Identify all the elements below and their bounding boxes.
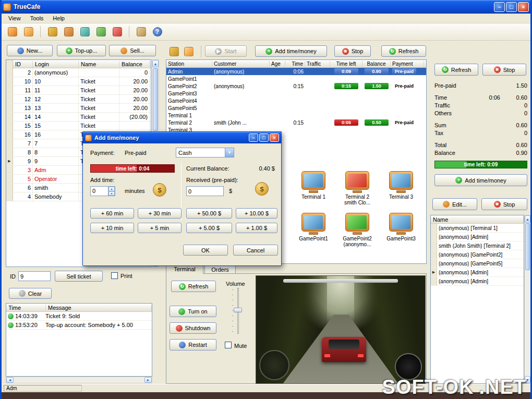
column-header-payment[interactable]: Payment	[391, 61, 424, 67]
column-header-traffic[interactable]: Traffic	[305, 61, 330, 67]
log-row[interactable]: 13:53:20 Top-up account: Somebody + 5.00	[6, 321, 152, 330]
add-money-button[interactable]: + 5.00 $	[186, 223, 232, 233]
column-header-message[interactable]: Message	[46, 305, 152, 311]
station-row[interactable]: GamePoint4	[166, 97, 426, 104]
tab-orders[interactable]: Orders	[204, 265, 236, 274]
dialog-title-bar[interactable]: Add time/money – □ ×	[83, 132, 281, 143]
menu-view[interactable]: View	[4, 14, 26, 22]
scroll-thumb[interactable]	[525, 223, 530, 270]
spinner-down-icon[interactable]: ▼	[108, 191, 115, 196]
topup-button[interactable]: + Top-up...	[57, 45, 106, 56]
station-row[interactable]: GamePoint3	[166, 90, 426, 97]
station-row[interactable]: Terminal 1	[166, 112, 426, 119]
sessions-scrollbar[interactable]: ▲ ▼	[524, 215, 531, 384]
session-row[interactable]: (anonymous) [Admin]	[431, 233, 524, 241]
clear-log-button[interactable]: Clear	[9, 288, 52, 299]
menu-tools[interactable]: Tools	[26, 14, 49, 22]
accounts-icon[interactable]	[6, 26, 19, 39]
lock-icon[interactable]	[135, 26, 148, 39]
add-minutes-button[interactable]: + 60 min	[90, 208, 134, 219]
ok-button[interactable]: OK	[183, 245, 228, 256]
terminal-item[interactable]: Terminal 3	[379, 171, 423, 205]
scroll-up-icon[interactable]: ▲	[525, 215, 530, 223]
station-row[interactable]: GamePoint2 (anonymous) 0:15 0:15 1.50 Pr…	[166, 82, 426, 90]
terminal-item[interactable]: GamePoint2 (anonymo...	[335, 213, 379, 247]
dialog-maximize-button[interactable]: □	[259, 134, 269, 142]
column-header-id[interactable]: ID	[13, 61, 33, 67]
drink-icon[interactable]	[78, 26, 91, 39]
spinner-up-icon[interactable]: ▲	[108, 187, 115, 191]
session-row[interactable]: ▶ (anonymous) [Admin]	[431, 268, 524, 277]
candy-icon[interactable]	[111, 26, 124, 39]
station-row[interactable]: GamePoint5	[166, 104, 426, 112]
add-minutes-button[interactable]: + 30 min	[138, 208, 182, 219]
dialog-close-button[interactable]: ×	[270, 134, 279, 142]
restart-button[interactable]: Restart	[170, 339, 216, 350]
shutdown-button[interactable]: Shutdown	[170, 322, 216, 334]
title-bar[interactable]: TrueCafe – □ ×	[0, 0, 532, 14]
terminal-item[interactable]: GamePoint1	[292, 213, 335, 247]
log-row[interactable]: 14:03:39 Ticket 9: Sold	[6, 312, 152, 321]
add-minutes-button[interactable]: + 10 min	[90, 223, 134, 233]
account-row[interactable]: 12 12 Ticket 20.00	[6, 95, 151, 104]
new-account-button[interactable]: New...	[7, 45, 53, 56]
terminal-item[interactable]: GamePoint3	[379, 213, 423, 247]
session-row[interactable]: smith (John Smith) [Terminal 2]	[431, 241, 524, 250]
tickets-icon[interactable]	[22, 26, 35, 39]
add-minutes-button[interactable]: + 5 min	[138, 223, 182, 233]
session-stop2-button[interactable]: ■ Stop	[481, 198, 527, 210]
payment-method-select[interactable]: Cash ▼	[176, 148, 234, 158]
column-header-time[interactable]: Time	[285, 61, 305, 67]
station-row[interactable]: Admin (anonymous) 0:06 0:09 0.90 Pre-pai…	[166, 68, 426, 75]
scroll-up-icon[interactable]: ▲	[152, 60, 159, 67]
column-header-balance[interactable]: Balance	[119, 61, 150, 67]
turn-on-button[interactable]: Turn on	[170, 306, 216, 317]
station-row[interactable]: Terminal 2 smith (John ... 0:15 0:05 0.5…	[166, 119, 426, 126]
account-row[interactable]: 10 10 Ticket 20.00	[6, 77, 151, 86]
session-row[interactable]: (anonymous) [GamePoint2]	[431, 250, 524, 259]
print-checkbox[interactable]	[111, 272, 118, 279]
add-money-button[interactable]: + 1.00 $	[236, 223, 277, 233]
column-header-station[interactable]: Station	[166, 61, 212, 67]
session-row[interactable]: (anonymous) [Admin]	[431, 277, 524, 286]
grapes-icon[interactable]	[94, 26, 107, 39]
edit-button[interactable]: Edit...	[432, 198, 477, 210]
column-header-login[interactable]: Login	[33, 61, 79, 67]
column-header-balance[interactable]: Balance	[362, 61, 391, 67]
dialog-minimize-button[interactable]: –	[249, 134, 258, 142]
stop-button[interactable]: ■ Stop	[334, 45, 371, 57]
terminal-item[interactable]: Terminal 2 smith Clo...	[335, 171, 379, 205]
session-refresh-button[interactable]: ↻ Refresh	[434, 64, 478, 76]
scroll-thumb[interactable]	[153, 68, 158, 131]
add-time-money-button[interactable]: + Add time/money	[255, 45, 327, 57]
sell-button[interactable]: Sell...	[109, 45, 156, 56]
column-header-time[interactable]: Time	[6, 305, 46, 311]
terminal-item[interactable]: Terminal 1	[292, 171, 335, 205]
scroll-right-icon[interactable]: ►	[144, 377, 152, 383]
scroll-left-icon[interactable]: ◄	[6, 377, 14, 383]
coffee-icon[interactable]	[46, 26, 59, 39]
ticket-id-input[interactable]	[18, 271, 51, 281]
volume-slider[interactable]	[232, 288, 243, 334]
column-header-age[interactable]: Age	[270, 61, 285, 67]
bill-toolbar-icon[interactable]	[182, 45, 195, 58]
start-button[interactable]: ▶ Start	[205, 45, 247, 57]
add-money-button[interactable]: + 10.00 $	[236, 208, 277, 219]
column-header-customer[interactable]: Customer	[212, 61, 270, 67]
maximize-button[interactable]: □	[506, 2, 517, 12]
received-input[interactable]	[186, 186, 224, 196]
account-row[interactable]: 14 14 Ticket (20.00)	[6, 113, 151, 122]
close-button[interactable]: ×	[518, 2, 529, 12]
column-header-timeleft[interactable]: Time left	[330, 61, 362, 67]
minimize-button[interactable]: –	[494, 2, 505, 12]
log-hscrollbar[interactable]: ◄ ►	[6, 377, 152, 383]
mute-checkbox[interactable]	[225, 342, 232, 348]
column-header-name[interactable]: Name	[431, 216, 524, 223]
session-row[interactable]: (anonymous) [GamePoint5]	[431, 259, 524, 268]
menu-help[interactable]: Help	[48, 14, 69, 22]
refresh-button[interactable]: ↻ Refresh	[381, 45, 426, 57]
session-stop-button[interactable]: ■ Stop	[482, 64, 526, 76]
session-add-time-money-button[interactable]: + Add time/money	[434, 174, 527, 186]
account-row[interactable]: 13 13 Ticket 20.00	[6, 104, 151, 113]
minutes-stepper[interactable]: 0 ▲ ▼	[90, 186, 115, 196]
